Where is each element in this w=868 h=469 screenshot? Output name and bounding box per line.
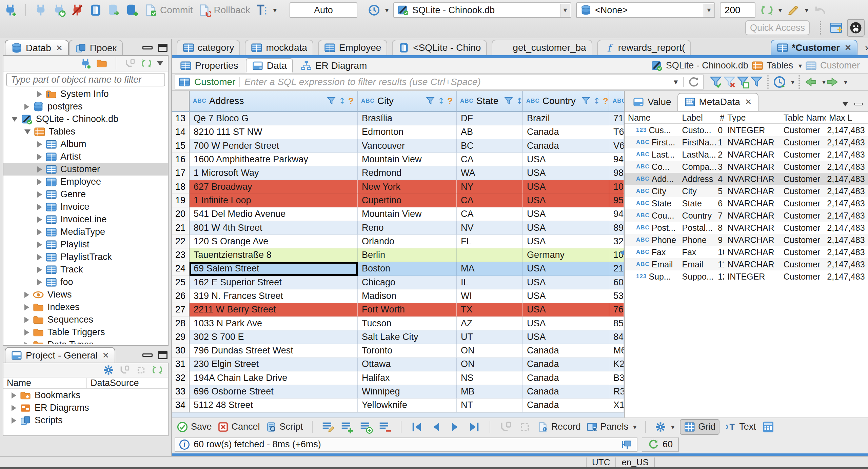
cell[interactable]: USA [523,235,609,248]
first-row-icon[interactable] [410,420,424,434]
pen-tool-button[interactable]: ▾ [787,3,808,17]
connect-icon[interactable] [34,3,47,17]
column-header-postalcode[interactable]: ABC [609,91,624,111]
editor-tab-employee[interactable]: Employee [318,40,388,55]
cell[interactable]: 32 [609,235,624,248]
new-sql-editor-icon[interactable] [125,3,139,17]
tab-metadata[interactable]: MetaData✕ [677,93,759,111]
row-number[interactable]: 16 [172,153,190,166]
cell[interactable]: ON [457,358,523,371]
maximize-icon[interactable] [158,44,167,52]
tree-item-genre[interactable]: Genre [3,188,168,201]
save-button[interactable]: Save [177,421,212,433]
dbeaver-perspective-button[interactable] [847,19,865,37]
meta-row-fax[interactable]: ABCFaxFax10NVARCHARCustomer2,147,483 [625,246,868,258]
fetch-previous-button[interactable]: ▾ [804,75,826,89]
cell[interactable]: USA [523,194,609,207]
disconnect-icon[interactable] [71,3,84,17]
cell[interactable]: CA [457,153,523,166]
chevron-down-icon[interactable] [12,117,18,122]
cell[interactable]: Mountain View [358,153,457,166]
chevron-right-icon[interactable] [12,417,16,424]
editor-tab-rewards-report[interactable]: rewards_report( [597,40,691,55]
row-number[interactable]: 27 [172,303,190,317]
row-number[interactable]: 26 [172,289,190,303]
cell[interactable]: Cupertino [358,194,457,207]
cell[interactable]: USA [523,289,609,303]
filter-remove-icon[interactable] [723,75,736,89]
apply-filter-icon[interactable] [688,76,699,88]
cell[interactable]: 302 S 700 E [190,330,358,344]
row-number[interactable]: 30 [172,344,190,358]
cell[interactable]: MA [457,262,523,276]
cell[interactable]: Canada [523,139,609,153]
cell[interactable]: Salt Lake City [358,330,457,344]
cell[interactable]: TX [457,303,523,317]
cell[interactable]: Yellowknife [358,399,457,412]
cell[interactable]: Canada [523,371,609,385]
meta-row-city[interactable]: ABCCityCity5NVARCHARCustomer2,147,483 [625,185,868,197]
duplicate-row-icon[interactable] [359,420,373,434]
view-menu-icon[interactable] [157,61,163,66]
cell[interactable]: R3 [609,385,624,399]
minimize-icon[interactable] [854,103,863,105]
cell[interactable]: AB [457,125,523,139]
cell[interactable]: K2 [609,358,624,371]
transaction-log-button[interactable]: ▾ [255,3,277,17]
filter-menu-icon[interactable] [750,75,763,89]
meta-row-compa[interactable]: ABCCo...Compa...3NVARCHARCustomer2,147,4… [625,161,868,173]
cell[interactable]: 69 Salem Street [190,262,358,276]
tree-item-employee[interactable]: Employee [3,176,168,188]
cell[interactable]: NT [457,399,523,412]
meta-row-address[interactable]: ABCAdd...Address4NVARCHARCustomer2,147,4… [625,173,868,185]
tab-projects[interactable]: Проек [69,40,123,56]
close-icon[interactable]: ✕ [56,43,63,53]
tab-data[interactable]: Data [246,58,293,73]
next-row-icon[interactable] [448,420,462,434]
cell[interactable]: NS [457,371,523,385]
cell[interactable]: 95 [609,194,624,207]
cell[interactable]: USA [523,180,609,193]
tree-item-indexes[interactable]: Indexes [3,301,168,313]
chevron-right-icon[interactable] [37,191,42,198]
cell[interactable]: M6 [609,344,624,358]
chevron-right-icon[interactable] [24,292,29,298]
text-view-button[interactable]: Text [725,421,756,433]
fetch-size-input[interactable] [720,2,755,18]
cell[interactable]: 8210 111 ST NW [190,125,358,139]
cell[interactable]: 162 E Superior Street [190,276,358,289]
cell[interactable]: 5112 48 Street [190,399,358,412]
editor-tab-category[interactable]: category [177,40,240,55]
cell[interactable]: 319 N. Frances Street [190,289,358,303]
tree-item-postgres[interactable]: postgres [3,100,168,113]
cell[interactable]: 230 Elgin Street [190,358,358,371]
row-number[interactable]: 20 [172,207,190,221]
tree-item-mediatype[interactable]: MediaType [3,226,168,238]
fetch-next-button[interactable]: ▾ [826,75,847,89]
row-number[interactable]: 31 [172,358,190,371]
timezone-indicator[interactable]: UTC [592,457,610,468]
cell[interactable]: Brasília [358,112,457,125]
cell[interactable]: Canada [523,358,609,371]
meta-column-max-l[interactable]: Max L [826,113,868,123]
cell[interactable]: 801 W 4th Street [190,221,358,234]
hidden-tabs-indicator[interactable]: »5 [865,42,868,55]
tree-item-table-triggers[interactable]: Table Triggers [3,326,168,339]
chevron-right-icon[interactable] [37,91,42,97]
delete-row-icon[interactable] [378,420,392,434]
column-header-city[interactable]: ABCCity↕? [358,91,457,111]
cell[interactable]: Tauentzienstraße 8 [190,248,358,262]
query-history-button[interactable]: ▾ [367,3,389,17]
tree-item-invoice[interactable]: Invoice [3,201,168,213]
chevron-right-icon[interactable] [24,317,29,323]
cell[interactable]: Orlando [358,235,457,248]
editor-tab-get-customer-ba[interactable]: get_customer_ba [492,40,592,55]
cell[interactable]: AZ [457,317,523,330]
meta-row-custo[interactable]: 123Cus...Custo...0INTEGERCustomer2,147,4… [625,124,868,136]
cell[interactable]: Toronto [358,344,457,358]
cell[interactable]: X1 [609,399,624,412]
meta-row-firstna[interactable]: ABCFirst...FirstNa...1NVARCHARCustomer2,… [625,136,868,148]
chevron-right-icon[interactable] [24,329,29,335]
cell[interactable]: Chicago [358,276,457,289]
calc-panel-icon[interactable] [762,420,775,434]
